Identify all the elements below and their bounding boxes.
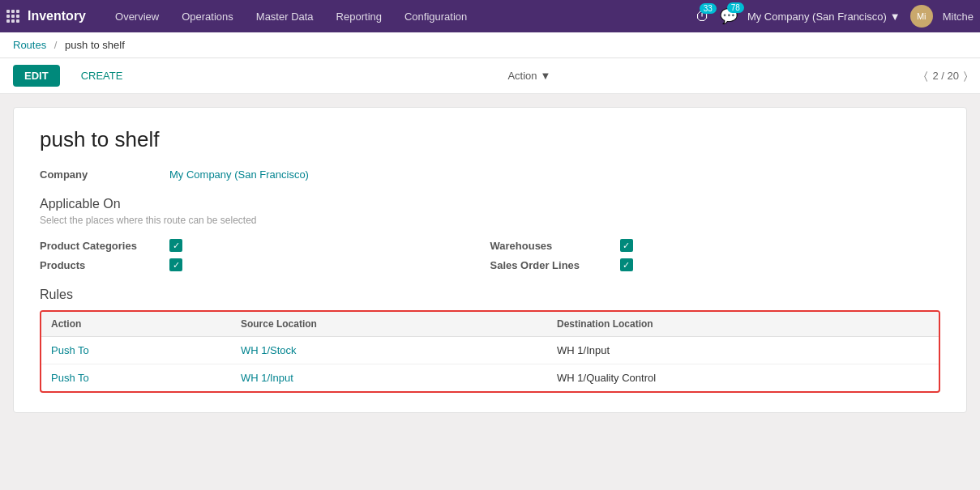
company-label: Company — [40, 168, 169, 181]
nav-overview[interactable]: Overview — [105, 7, 169, 26]
nav-reporting[interactable]: Reporting — [327, 7, 392, 26]
rules-section: Rules Action Source Location Destination… — [40, 288, 940, 393]
checkbox-products-input[interactable] — [169, 258, 182, 271]
topbar-right: ⏱ 33 💬 78 My Company (San Francisco) ▼ M… — [695, 5, 974, 28]
checkbox-col-left: Product Categories Products — [40, 239, 490, 271]
row2-action: Push To — [41, 364, 231, 392]
company-value[interactable]: My Company (San Francisco) — [169, 168, 309, 181]
pager-next-icon[interactable]: 〉 — [964, 70, 967, 83]
checkbox-product-categories: Product Categories — [40, 239, 490, 252]
row1-destination: WH 1/Input — [547, 337, 939, 364]
row1-action: Push To — [41, 337, 231, 364]
company-field-row: Company My Company (San Francisco) — [40, 168, 940, 181]
checkbox-products: Products — [40, 258, 490, 271]
rules-title: Rules — [40, 288, 940, 302]
breadcrumb: Routes / push to shelf — [0, 32, 980, 58]
applicable-on-title: Applicable On — [40, 197, 940, 211]
clock-badge[interactable]: ⏱ 33 — [695, 8, 710, 25]
toolbar: EDIT CREATE Action ▼ 〈 2 / 20 〉 — [0, 58, 980, 94]
chat-badge[interactable]: 💬 78 — [720, 7, 738, 25]
chat-badge-count: 78 — [727, 2, 744, 13]
main-content: push to shelf Company My Company (San Fr… — [0, 94, 980, 426]
action-dropdown-icon: ▼ — [541, 70, 551, 82]
breadcrumb-current: push to shelf — [65, 39, 125, 51]
nav-masterdata[interactable]: Master Data — [246, 7, 323, 26]
action-label: Action — [507, 70, 537, 82]
pager-prev-icon[interactable]: 〈 — [924, 70, 927, 83]
pager-value: 2 / 20 — [932, 70, 959, 82]
checkbox-warehouses-label: Warehouses — [490, 240, 612, 252]
app-title: Inventory — [28, 9, 86, 23]
row2-destination: WH 1/Quality Control — [547, 364, 939, 392]
col-destination: Destination Location — [547, 312, 939, 337]
breadcrumb-separator: / — [54, 39, 58, 51]
col-action: Action — [41, 312, 231, 337]
checkbox-sales-order-lines-label: Sales Order Lines — [490, 259, 612, 271]
breadcrumb-parent[interactable]: Routes — [13, 39, 46, 51]
applicable-checkboxes: Product Categories Products Warehouses S… — [40, 239, 940, 271]
checkbox-product-categories-input[interactable] — [169, 239, 182, 252]
avatar[interactable]: Mi — [910, 5, 933, 28]
col-source: Source Location — [231, 312, 547, 337]
row2-source: WH 1/Input — [231, 364, 547, 392]
main-nav: Overview Operations Master Data Reportin… — [105, 7, 695, 26]
nav-configuration[interactable]: Configuration — [395, 7, 477, 26]
username: Mitche — [943, 11, 974, 23]
rules-table: Action Source Location Destination Locat… — [41, 312, 939, 391]
topbar: Inventory Overview Operations Master Dat… — [0, 0, 980, 32]
action-button[interactable]: Action ▼ — [507, 70, 550, 82]
company-selector[interactable]: My Company (San Francisco) ▼ — [747, 11, 901, 23]
company-name: My Company (San Francisco) — [747, 11, 887, 23]
form-card: push to shelf Company My Company (San Fr… — [13, 107, 967, 413]
row1-source: WH 1/Stock — [231, 337, 547, 364]
create-button[interactable]: CREATE — [70, 65, 135, 87]
rules-table-header: Action Source Location Destination Locat… — [41, 312, 939, 337]
checkbox-warehouses: Warehouses — [490, 239, 941, 252]
checkbox-product-categories-label: Product Categories — [40, 240, 161, 252]
checkbox-warehouses-input[interactable] — [620, 239, 633, 252]
checkbox-products-label: Products — [40, 259, 161, 271]
app-menu-icon[interactable] — [6, 10, 19, 23]
edit-button[interactable]: EDIT — [13, 65, 60, 87]
checkbox-sales-order-lines: Sales Order Lines — [490, 258, 941, 271]
company-dropdown-icon: ▼ — [890, 11, 901, 23]
checkbox-col-right: Warehouses Sales Order Lines — [490, 239, 941, 271]
table-row[interactable]: Push To WH 1/Stock WH 1/Input — [41, 337, 939, 364]
clock-badge-count: 33 — [700, 3, 717, 14]
checkbox-sales-order-lines-input[interactable] — [620, 258, 633, 271]
record-title: push to shelf — [40, 127, 940, 152]
applicable-on-subtitle: Select the places where this route can b… — [40, 215, 940, 226]
nav-operations[interactable]: Operations — [172, 7, 243, 26]
rules-table-wrapper: Action Source Location Destination Locat… — [40, 310, 940, 393]
pager: 〈 2 / 20 〉 — [924, 70, 967, 83]
avatar-initials: Mi — [917, 11, 927, 21]
table-row[interactable]: Push To WH 1/Input WH 1/Quality Control — [41, 364, 939, 392]
